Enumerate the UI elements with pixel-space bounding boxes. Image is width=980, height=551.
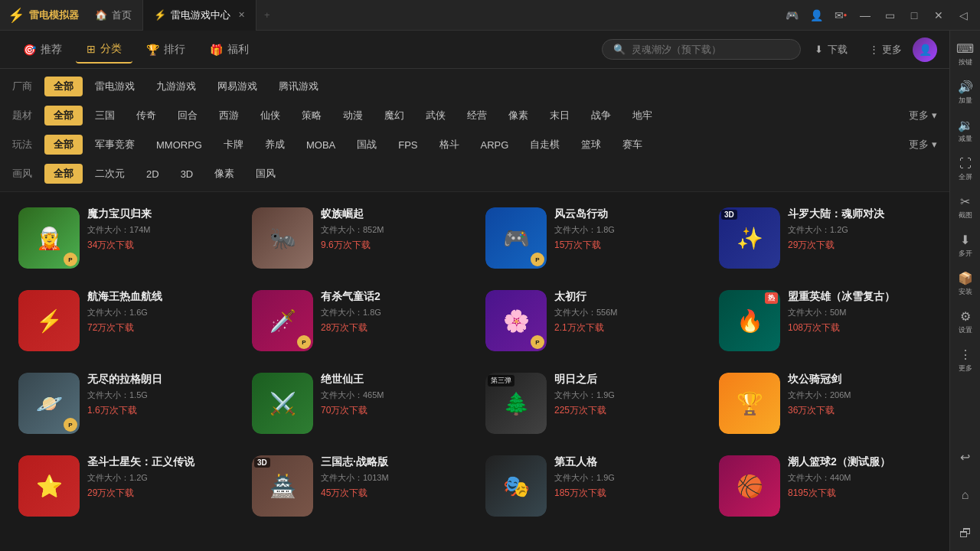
- close-window-icon[interactable]: ✕: [928, 5, 949, 26]
- maximize-icon[interactable]: □: [903, 5, 925, 26]
- game-card-navy[interactable]: ⚡ 航海王热血航线 文件大小：1.6G 72万次下载: [12, 284, 237, 357]
- game-card-magic[interactable]: 🧝 P 魔力宝贝归来 文件大小：174M 34万次下载: [12, 201, 237, 275]
- nav-rank[interactable]: 🏆 排行: [136, 37, 196, 63]
- game-card-ant[interactable]: 🐜 蚁族崛起 文件大小：852M 9.6万次下载: [246, 201, 470, 275]
- theme-tag-chuanqi[interactable]: 传奇: [127, 106, 165, 126]
- tab-game-center[interactable]: ⚡ 雷电游戏中心 ✕: [143, 0, 256, 31]
- play-tag-basketball[interactable]: 篮球: [572, 135, 610, 155]
- game-info-wuji: 无尽的拉格朗日 文件大小：1.5G 1.6万次下载: [87, 373, 230, 417]
- style-tag-all[interactable]: 全部: [44, 164, 83, 184]
- sidebar-window-btn[interactable]: 🗗: [952, 516, 979, 551]
- game-size-ant: 文件大小：852M: [321, 224, 464, 236]
- play-tag-racing[interactable]: 赛车: [613, 135, 652, 155]
- search-input[interactable]: [632, 44, 785, 55]
- play-tag-guozhan[interactable]: 国战: [348, 135, 386, 155]
- nav-category[interactable]: ⊞ 分类: [76, 36, 132, 64]
- sidebar-install-btn[interactable]: 📦 安装: [952, 266, 979, 302]
- theme-tag-all[interactable]: 全部: [44, 106, 83, 126]
- minimize-icon[interactable]: —: [854, 5, 876, 26]
- play-tag-arpg[interactable]: ARPG: [472, 136, 518, 154]
- nav-recommend[interactable]: 🎯 推荐: [12, 37, 73, 63]
- nav-gift[interactable]: 🎁 福利: [199, 37, 260, 63]
- theme-tag-xianxia[interactable]: 仙侠: [251, 106, 289, 126]
- sidebar-more-btn[interactable]: ⋮ 更多: [952, 343, 979, 378]
- search-bar[interactable]: 🔍: [602, 39, 801, 60]
- vendor-tag-leidianyouxi[interactable]: 雷电游戏: [86, 77, 144, 96]
- sidebar-volume-down-btn[interactable]: 🔉 减量: [952, 113, 979, 148]
- game-card-kan[interactable]: 🏆 坎公骑冠剑 文件大小：206M 36万次下载: [713, 367, 937, 440]
- style-tag-anime[interactable]: 二次元: [86, 164, 134, 184]
- game-card-wuji[interactable]: 🪐 P 无尽的拉格朗日 文件大小：1.5G 1.6万次下载: [12, 367, 237, 440]
- sidebar-home-btn[interactable]: ⌂: [952, 478, 979, 513]
- theme-tag-mori[interactable]: 末日: [541, 106, 579, 126]
- game-card-mingri[interactable]: 🌲 第三弹 明日之后 文件大小：1.9G 225万次下载: [479, 367, 704, 440]
- game-card-killer[interactable]: 🗡️ P 有杀气童话2 文件大小：1.8G 28万次下载: [246, 284, 470, 357]
- sidebar-back-btn[interactable]: ↩: [952, 439, 979, 474]
- account-icon[interactable]: 👤: [805, 5, 827, 26]
- style-tag-pixel[interactable]: 像素: [205, 164, 243, 184]
- play-tag-military[interactable]: 军事竞赛: [86, 135, 144, 155]
- style-tag-guofeng[interactable]: 国风: [247, 164, 285, 184]
- sidebar-settings-btn[interactable]: ⚙ 设置: [952, 305, 979, 340]
- game-card-jueshi[interactable]: ⚔️ 绝世仙王 文件大小：465M 70万次下载: [246, 367, 470, 440]
- game-info-chao: 潮人篮球2（测试服） 文件大小：440M 8195次下载: [788, 455, 931, 500]
- theme-tag-mohuan[interactable]: 魔幻: [375, 106, 413, 126]
- logo-text: 雷电模拟器: [29, 8, 79, 22]
- theme-tag-jingying[interactable]: 经营: [458, 106, 496, 126]
- style-tag-2d[interactable]: 2D: [137, 165, 168, 183]
- theme-tag-huihe[interactable]: 回合: [168, 106, 207, 126]
- new-tab-btn[interactable]: +: [256, 9, 278, 21]
- sidebar-keyboard-btn[interactable]: ⌨ 按键: [952, 37, 979, 72]
- play-more-btn[interactable]: 更多 ▾: [909, 138, 937, 152]
- play-tag-card[interactable]: 卡牌: [214, 135, 253, 155]
- theme-tag-sanguo[interactable]: 三国: [86, 106, 124, 126]
- theme-tag-xiangsu[interactable]: 像素: [499, 106, 537, 126]
- sidebar-screenshot-btn[interactable]: ✂ 截图: [952, 190, 979, 225]
- arrow-back-icon[interactable]: ◁: [952, 5, 974, 26]
- game-name-magic: 魔力宝贝归来: [87, 207, 230, 221]
- gamepad-icon[interactable]: 🎮: [781, 5, 802, 26]
- game-downloads-sanguozhi: 45万次下载: [321, 487, 464, 500]
- vendor-tag-jiuyou[interactable]: 九游游戏: [147, 77, 205, 96]
- game-card-taichu[interactable]: 🌸 P 太初行 文件大小：556M 2.1万次下载: [479, 284, 704, 357]
- play-tag-moba[interactable]: MOBA: [297, 136, 345, 154]
- game-card-wind[interactable]: 🎮 P 风云岛行动 文件大小：1.8G 15万次下载: [479, 201, 704, 275]
- play-tag-autochess[interactable]: 自走棋: [521, 135, 569, 155]
- volume-down-label: 减量: [959, 134, 972, 144]
- play-tag-mmorpg[interactable]: MMORPG: [147, 136, 211, 154]
- play-tag-all[interactable]: 全部: [44, 135, 83, 155]
- sidebar-volume-up-btn[interactable]: 🔊 加量: [952, 75, 979, 110]
- back-icon: ↩: [960, 450, 970, 465]
- avatar[interactable]: 👤: [913, 37, 937, 62]
- game-card-sanguozhi[interactable]: 🏯 3D 三国志·战略版 文件大小：1013M 45万次下载: [246, 449, 470, 523]
- play-tag-gedou[interactable]: 格斗: [430, 135, 469, 155]
- game-card-shengdou[interactable]: ⭐ 圣斗士星矢：正义传说 文件大小：1.2G 29万次下载: [12, 449, 237, 523]
- tile-icon[interactable]: ▭: [879, 5, 900, 26]
- mail-icon[interactable]: ✉●: [830, 5, 851, 26]
- game-size-diwu: 文件大小：1.9G: [554, 472, 697, 484]
- play-tag-yangcheng[interactable]: 养成: [256, 135, 294, 155]
- theme-tag-zhanzheng[interactable]: 战争: [582, 106, 620, 126]
- vendor-tag-tengxun[interactable]: 腾讯游戏: [270, 77, 328, 96]
- download-btn[interactable]: ⬇ 下载: [804, 37, 858, 63]
- more-btn[interactable]: ⋮ 更多: [861, 37, 910, 63]
- game-card-diwu[interactable]: 🎭 第五人格 文件大小：1.9G 185万次下载: [479, 449, 704, 523]
- theme-tag-xiyou[interactable]: 西游: [210, 106, 248, 126]
- tab-home[interactable]: 🏠 首页: [84, 0, 143, 31]
- sidebar-multiopen-btn[interactable]: ⬇ 多开: [952, 228, 979, 263]
- theme-tag-dongman[interactable]: 动漫: [334, 106, 372, 126]
- sidebar-fullscreen-btn[interactable]: ⛶ 全屏: [952, 152, 979, 187]
- theme-tag-dixia[interactable]: 地牢: [623, 106, 662, 126]
- play-tag-fps[interactable]: FPS: [389, 136, 426, 154]
- theme-tag-wuxia[interactable]: 武侠: [416, 106, 455, 126]
- theme-tag-celue[interactable]: 策略: [292, 106, 331, 126]
- game-card-douro[interactable]: ✨ 3D 斗罗大陆：魂师对决 文件大小：1.2G 29万次下载: [713, 201, 937, 275]
- vendor-tag-all[interactable]: 全部: [44, 77, 83, 96]
- theme-more-btn[interactable]: 更多 ▾: [909, 109, 937, 122]
- style-tag-3d[interactable]: 3D: [172, 165, 203, 183]
- game-card-chao[interactable]: 🏀 潮人篮球2（测试服） 文件大小：440M 8195次下载: [713, 449, 937, 523]
- vendor-tag-wangyi[interactable]: 网易游戏: [208, 77, 266, 96]
- game-card-meng[interactable]: 🔥 热 盟重英雄（冰雪复古） 文件大小：50M 108万次下载: [713, 284, 937, 357]
- game-grid: 🧝 P 魔力宝贝归来 文件大小：174M 34万次下载 🐜 蚁族崛起 文件大小：…: [0, 192, 949, 551]
- close-tab-icon[interactable]: ✕: [238, 10, 245, 20]
